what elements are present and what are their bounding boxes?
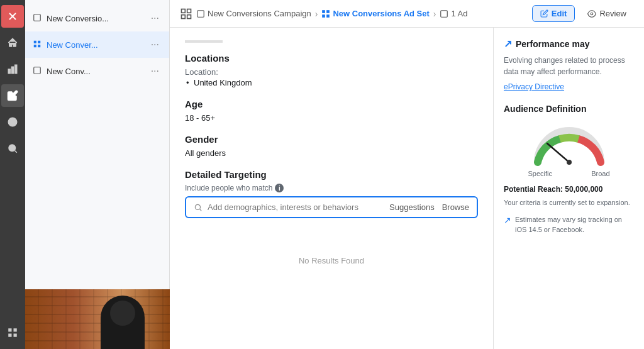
clock-icon[interactable] xyxy=(1,111,24,133)
audience-title: Audience Definition xyxy=(504,104,634,114)
gender-section: Gender All genders xyxy=(185,134,478,158)
svg-rect-7 xyxy=(8,334,11,337)
breadcrumb-sep-2: › xyxy=(433,9,436,19)
svg-point-30 xyxy=(567,160,572,165)
svg-rect-10 xyxy=(34,40,36,43)
targeting-include-text: Include people who match xyxy=(185,184,272,192)
gender-title: Gender xyxy=(185,134,478,145)
detail-panel: Locations Location: United Kingdom Age 1… xyxy=(170,28,493,349)
no-results-text: No Results Found xyxy=(185,256,478,265)
performance-icon: ↗ xyxy=(504,38,512,50)
grid-icon[interactable] xyxy=(1,321,24,344)
adset-breadcrumb-icon xyxy=(321,9,330,18)
svg-rect-12 xyxy=(34,45,36,47)
bottom-image-area xyxy=(25,289,170,349)
performance-body: Evolving changes related to process data… xyxy=(504,55,634,77)
review-eye-icon xyxy=(587,9,596,18)
svg-rect-19 xyxy=(197,10,204,17)
campaign-nav-panel: New Conversio... ··· New Conver... ··· N… xyxy=(25,0,170,349)
right-sidebar: ↗ Performance may Evolving changes relat… xyxy=(493,28,644,349)
top-bar: New Conversions Campaign › New Conversio… xyxy=(170,0,644,28)
svg-line-29 xyxy=(547,143,569,162)
svg-rect-21 xyxy=(327,10,330,13)
breadcrumb-sep-1: › xyxy=(315,9,318,19)
svg-rect-11 xyxy=(38,40,40,43)
magnify-icon[interactable] xyxy=(1,137,24,160)
gauge-specific-label: Specific xyxy=(528,170,553,177)
breadcrumb-campaign[interactable]: New Conversions Campaign xyxy=(196,9,311,18)
audience-card: Audience Definition xyxy=(504,104,634,235)
review-button[interactable]: Review xyxy=(580,6,634,21)
browse-button[interactable]: Browse xyxy=(442,202,469,212)
nav-item-ad[interactable]: New Conv... ··· xyxy=(25,58,169,84)
breadcrumb-adset[interactable]: New Conversions Ad Set xyxy=(321,9,429,18)
sidebar-icons-panel xyxy=(0,0,25,349)
campaign-more-icon[interactable]: ··· xyxy=(148,11,162,25)
search-actions: Suggestions Browse xyxy=(389,202,469,212)
suggestions-button[interactable]: Suggestions xyxy=(389,202,435,212)
gauge-chart xyxy=(528,121,610,169)
svg-rect-0 xyxy=(8,69,10,74)
svg-rect-14 xyxy=(34,67,41,74)
svg-rect-6 xyxy=(14,328,17,331)
age-value: 18 - 65+ xyxy=(185,113,478,123)
age-title: Age xyxy=(185,99,478,109)
edit-button[interactable]: Edit xyxy=(532,5,575,22)
pencil-icon[interactable] xyxy=(1,84,24,107)
locations-label: Location: xyxy=(185,67,478,77)
age-section: Age 18 - 65+ xyxy=(185,99,478,123)
eprivacy-link[interactable]: ePrivacy Directive xyxy=(504,82,634,91)
svg-point-25 xyxy=(591,13,594,15)
location-value: United Kingdom xyxy=(185,78,478,87)
svg-point-28 xyxy=(195,204,200,209)
svg-rect-1 xyxy=(12,67,14,74)
campaign-breadcrumb-icon xyxy=(196,9,205,18)
svg-rect-23 xyxy=(327,14,330,18)
breadcrumb-adset-label: New Conversions Ad Set xyxy=(333,9,429,18)
svg-rect-13 xyxy=(38,45,40,47)
estimates-icon: ↗ xyxy=(504,215,511,225)
reach-sub: Your criteria is currently set to expans… xyxy=(504,197,634,208)
ad-more-icon[interactable]: ··· xyxy=(148,64,162,78)
svg-rect-15 xyxy=(182,9,186,13)
arrow-area: Suggestions Browse xyxy=(185,196,478,218)
nav-item-campaign[interactable]: New Conversio... ··· xyxy=(25,5,169,31)
ad-label: New Conv... xyxy=(47,67,148,76)
targeting-include-label: Include people who match i xyxy=(185,184,478,192)
gauge-container: Specific Broad xyxy=(504,121,634,177)
campaign-icon xyxy=(33,13,42,24)
gender-value: All genders xyxy=(185,148,478,158)
svg-rect-16 xyxy=(187,9,191,13)
breadcrumb-campaign-label: New Conversions Campaign xyxy=(208,9,311,18)
info-icon[interactable]: i xyxy=(275,184,284,192)
targeting-section: Detailed Targeting Include people who ma… xyxy=(185,169,478,265)
scroll-indicator xyxy=(185,40,223,43)
breadcrumb-ad[interactable]: 1 Ad xyxy=(440,9,467,18)
svg-rect-17 xyxy=(182,14,186,18)
ad-breadcrumb-icon xyxy=(440,9,448,18)
targeting-search-input[interactable] xyxy=(208,202,384,212)
page-toggle-icon xyxy=(180,8,192,20)
close-icon[interactable] xyxy=(1,5,24,28)
svg-point-4 xyxy=(9,145,16,152)
chart-icon[interactable] xyxy=(1,58,24,80)
edit-label: Edit xyxy=(552,9,567,18)
estimates-text: Estimates may vary sig tracking on iOS 1… xyxy=(515,214,634,235)
performance-title-text: Performance may xyxy=(516,39,590,49)
svg-rect-18 xyxy=(187,14,191,18)
ad-icon xyxy=(33,66,42,77)
locations-title: Locations xyxy=(185,53,478,64)
breadcrumb-item-page-toggle[interactable] xyxy=(180,8,192,20)
home-icon[interactable] xyxy=(1,31,24,54)
performance-title: ↗ Performance may xyxy=(504,38,634,50)
targeting-search-box[interactable]: Suggestions Browse xyxy=(185,196,478,218)
locations-section: Locations Location: United Kingdom xyxy=(185,53,478,87)
content-body: Locations Location: United Kingdom Age 1… xyxy=(170,28,644,349)
svg-rect-20 xyxy=(323,10,326,13)
gauge-broad-label: Broad xyxy=(591,170,609,177)
breadcrumb-ad-label: 1 Ad xyxy=(451,9,467,18)
nav-item-adset[interactable]: New Conver... ··· xyxy=(25,31,169,58)
adset-more-icon[interactable]: ··· xyxy=(148,38,162,52)
search-input-icon xyxy=(194,203,203,212)
main-content-area: New Conversions Campaign › New Conversio… xyxy=(170,0,644,349)
